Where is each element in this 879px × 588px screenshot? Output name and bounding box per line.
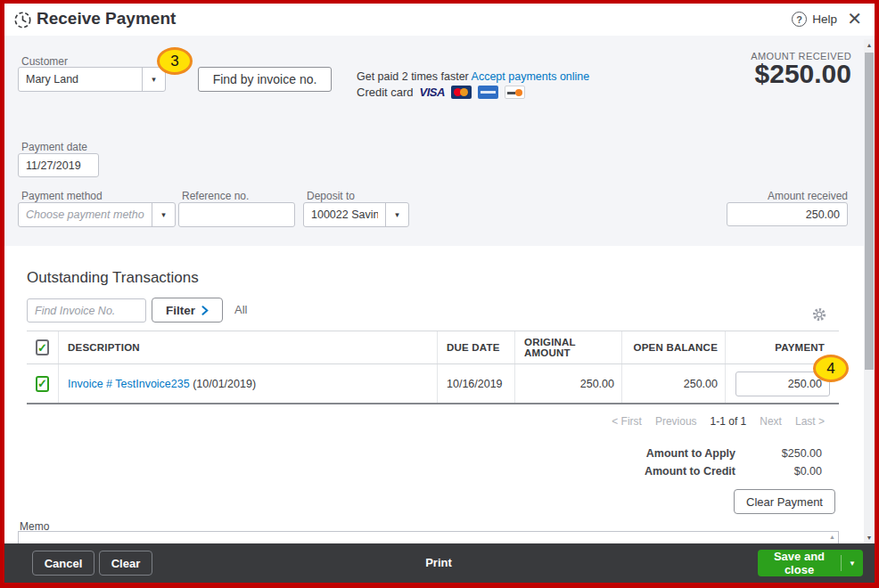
outstanding-transactions-title: Outstanding Transactions <box>27 269 199 287</box>
customer-combobox[interactable]: ▾ <box>18 67 166 92</box>
col-original-amount: ORIGINAL AMOUNT <box>514 331 621 363</box>
row-checkbox[interactable]: ✓ <box>36 376 49 392</box>
check-icon: ✓ <box>37 377 47 390</box>
cancel-button[interactable]: Cancel <box>32 551 94 576</box>
footer-bar: Cancel Clear Print Save and close ▼ <box>4 543 875 583</box>
row-due-date-cell: 10/16/2019 <box>437 364 514 403</box>
amex-icon <box>478 86 498 99</box>
clear-payment-button[interactable]: Clear Payment <box>734 489 835 514</box>
save-caret-down-icon[interactable]: ▼ <box>842 559 863 568</box>
pagination-last[interactable]: Last > <box>795 415 825 428</box>
find-by-invoice-button[interactable]: Find by invoice no. <box>198 67 332 92</box>
col-description: DESCRIPTION <box>58 331 437 363</box>
payment-method-combobox[interactable]: ▾ <box>18 202 176 227</box>
customer-caret-down-icon[interactable]: ▾ <box>142 68 165 91</box>
deposit-to-label: Deposit to <box>307 190 355 202</box>
vertical-scrollbar[interactable]: ▲ ▼ <box>864 39 875 543</box>
check-icon: ✓ <box>37 341 47 355</box>
payment-form-panel: Customer ▾ 3 Find by invoice no. Get pai… <box>4 36 875 246</box>
receive-payment-dialog: Receive Payment ? Help ✕ Customer ▾ 3 Fi… <box>0 0 879 588</box>
filter-scope-label: All <box>234 303 247 316</box>
amount-received-header-value: $250.00 <box>755 59 851 89</box>
deposit-to-combobox[interactable]: ▾ <box>303 202 409 227</box>
payment-method-caret-down-icon[interactable]: ▾ <box>152 203 175 226</box>
annotation-step-3-badge: 3 <box>157 47 193 75</box>
dialog-header: Receive Payment ? Help ✕ <box>4 4 875 36</box>
payment-method-input[interactable] <box>19 203 152 226</box>
select-all-checkbox[interactable]: ✓ <box>36 339 49 355</box>
invoice-date-suffix: (10/01/2019) <box>193 378 256 390</box>
clear-button[interactable]: Clear <box>99 551 152 576</box>
help-button[interactable]: ? Help <box>792 12 837 27</box>
deposit-to-caret-down-icon[interactable]: ▾ <box>385 203 408 226</box>
customer-input[interactable] <box>19 68 142 91</box>
print-button[interactable]: Print <box>425 556 452 569</box>
pagination: < First Previous 1-1 of 1 Next Last > <box>612 415 825 428</box>
gear-icon[interactable] <box>811 306 827 323</box>
scroll-down-icon[interactable]: ▼ <box>864 535 875 541</box>
promo-line: Get paid 2 times faster Accept payments … <box>357 70 589 83</box>
scroll-up-icon[interactable]: ▲ <box>864 42 875 48</box>
col-open-balance: OPEN BALANCE <box>621 331 725 363</box>
pagination-previous[interactable]: Previous <box>655 415 697 428</box>
amount-to-credit-value: $0.00 <box>794 465 822 478</box>
help-icon: ? <box>792 12 807 27</box>
close-icon[interactable]: ✕ <box>847 8 862 29</box>
invoice-link[interactable]: Invoice # TestInvoice235 <box>68 378 190 390</box>
customer-label: Customer <box>21 55 68 68</box>
credit-card-label: Credit card <box>357 86 414 99</box>
table-header-row: ✓ DESCRIPTION DUE DATE ORIGINAL AMOUNT O… <box>27 331 839 364</box>
deposit-to-input[interactable] <box>304 203 385 226</box>
amount-to-apply-value: $250.00 <box>782 447 822 460</box>
payment-date-label: Payment date <box>21 141 87 153</box>
table-row: ✓ Invoice # TestInvoice235 (10/01/2019) … <box>27 364 839 404</box>
filter-button-label: Filter <box>166 304 195 317</box>
annotation-step-4-badge: 4 <box>813 355 849 382</box>
row-description-cell: Invoice # TestInvoice235 (10/01/2019) <box>58 364 437 403</box>
pagination-first[interactable]: < First <box>612 415 642 428</box>
amount-received-field-label: Amount received <box>768 190 848 202</box>
row-open-balance-cell: 250.00 <box>621 364 725 403</box>
scrollbar-thumb[interactable] <box>865 53 874 370</box>
reference-no-input[interactable] <box>178 202 295 227</box>
reference-no-label: Reference no. <box>182 190 249 202</box>
amount-to-credit-label: Amount to Credit <box>645 465 735 478</box>
pagination-range: 1-1 of 1 <box>711 415 747 428</box>
col-due-date: DUE DATE <box>437 331 514 363</box>
memo-scroll-up-icon[interactable]: ▲ <box>829 534 835 540</box>
discover-icon <box>505 86 525 99</box>
accept-payments-link[interactable]: Accept payments online <box>472 70 590 83</box>
chevron-right-icon <box>201 306 209 315</box>
visa-logo: VISA <box>420 86 445 99</box>
help-label: Help <box>812 12 837 26</box>
promo-text: Get paid 2 times faster <box>357 70 469 83</box>
transactions-table: ✓ DESCRIPTION DUE DATE ORIGINAL AMOUNT O… <box>27 331 839 404</box>
row-select-cell: ✓ <box>27 364 58 403</box>
payment-method-label: Payment method <box>21 190 103 202</box>
save-and-close-button[interactable]: Save and close ▼ <box>758 550 863 576</box>
find-invoice-input[interactable] <box>27 298 146 323</box>
filter-button[interactable]: Filter <box>152 298 223 323</box>
amount-to-apply-label: Amount to Apply <box>646 447 735 460</box>
row-original-amount-cell: 250.00 <box>514 364 621 403</box>
amount-received-field-input[interactable] <box>727 202 848 226</box>
select-all-cell: ✓ <box>27 331 58 363</box>
page-title: Receive Payment <box>37 9 176 29</box>
payment-date-input[interactable] <box>18 153 99 177</box>
receive-payment-clock-icon <box>12 10 33 30</box>
credit-card-line: Credit card VISA <box>357 86 525 99</box>
mastercard-icon <box>451 86 472 99</box>
save-and-close-label: Save and close <box>758 550 841 576</box>
pagination-next[interactable]: Next <box>760 415 782 428</box>
